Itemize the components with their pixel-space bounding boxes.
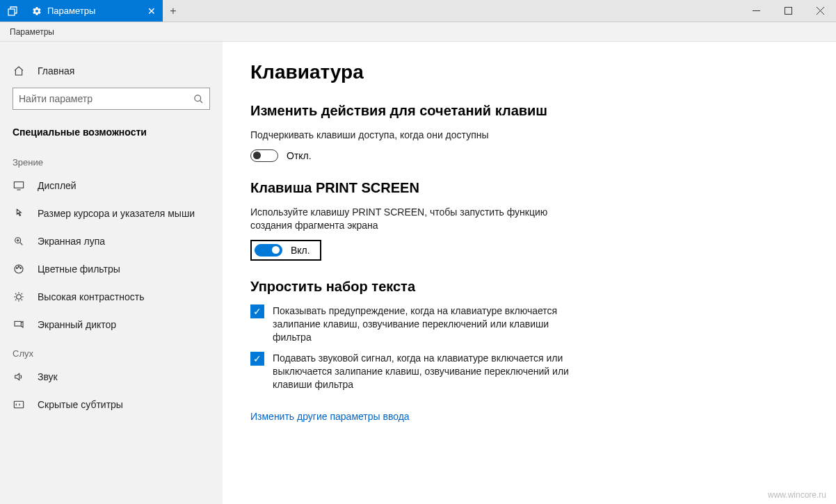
sidebar-label: Скрытые субтитры bbox=[38, 399, 123, 410]
checkbox-sound[interactable]: ✓ Подавать звуковой сигнал, когда на кла… bbox=[250, 352, 570, 391]
magnifier-icon bbox=[13, 236, 25, 247]
sidebar-item-narrator[interactable]: Экранный диктор bbox=[0, 311, 223, 339]
svg-line-6 bbox=[200, 100, 202, 102]
sidebar-item-captions[interactable]: Скрытые субтитры bbox=[0, 391, 223, 418]
section-description: Используйте клавишу PRINT SCREEN, чтобы … bbox=[250, 206, 563, 233]
page-title: Клавиатура bbox=[250, 61, 808, 83]
main-content: Клавиатура Изменить действия для сочетан… bbox=[223, 42, 836, 504]
checkbox-label: Подавать звуковой сигнал, когда на клави… bbox=[273, 352, 570, 391]
breadcrumb: Параметры bbox=[0, 22, 836, 42]
watermark: www.wincore.ru bbox=[768, 490, 826, 500]
link-other-input-settings[interactable]: Изменить другие параметры ввода bbox=[250, 411, 410, 422]
section-heading: Клавиша PRINT SCREEN bbox=[250, 180, 808, 196]
svg-point-15 bbox=[18, 266, 19, 268]
sidebar-group-hearing: Слух bbox=[0, 339, 223, 363]
sidebar: Главная Найти параметр Специальные возмо… bbox=[0, 42, 223, 504]
search-input[interactable]: Найти параметр bbox=[13, 88, 210, 110]
display-icon bbox=[13, 180, 25, 191]
close-tab-icon[interactable]: ✕ bbox=[147, 6, 156, 17]
toggle-print-screen[interactable]: Вкл. bbox=[250, 240, 321, 261]
multitask-icon[interactable] bbox=[0, 0, 25, 22]
search-icon bbox=[193, 94, 204, 104]
tab-label: Параметры bbox=[47, 6, 95, 16]
sidebar-section-title: Специальные возможности bbox=[0, 121, 223, 147]
home-icon bbox=[13, 65, 25, 76]
sidebar-group-vision: Зрение bbox=[0, 147, 223, 172]
sidebar-item-color-filters[interactable]: Цветные фильтры bbox=[0, 255, 223, 283]
toggle-label: Вкл. bbox=[291, 245, 310, 256]
close-window-button[interactable] bbox=[804, 0, 836, 22]
contrast-icon bbox=[13, 291, 25, 302]
sidebar-item-high-contrast[interactable]: Высокая контрастность bbox=[0, 283, 223, 311]
svg-point-16 bbox=[20, 268, 22, 269]
sidebar-item-audio[interactable]: Звук bbox=[0, 363, 223, 391]
svg-rect-0 bbox=[8, 9, 15, 15]
checkbox-warning[interactable]: ✓ Показывать предупреждение, когда на кл… bbox=[250, 304, 570, 344]
palette-icon bbox=[13, 263, 25, 275]
sidebar-item-cursor[interactable]: Размер курсора и указателя мыши bbox=[0, 200, 223, 227]
checkbox-label: Показывать предупреждение, когда на клав… bbox=[273, 304, 570, 344]
speaker-icon bbox=[13, 371, 25, 382]
title-bar: Параметры ✕ + bbox=[0, 0, 836, 22]
svg-line-23 bbox=[22, 300, 22, 300]
minimize-button[interactable] bbox=[740, 0, 772, 22]
svg-rect-7 bbox=[14, 182, 23, 188]
svg-line-24 bbox=[15, 300, 16, 300]
svg-point-17 bbox=[17, 295, 22, 300]
sidebar-item-display[interactable]: Дисплей bbox=[0, 172, 223, 200]
svg-line-25 bbox=[22, 293, 22, 294]
sidebar-label: Экранный диктор bbox=[38, 319, 116, 330]
toggle-access-keys[interactable]: Откл. bbox=[250, 149, 808, 162]
checkmark-icon: ✓ bbox=[250, 352, 264, 366]
section-heading: Изменить действия для сочетаний клавиш bbox=[250, 103, 808, 119]
narrator-icon bbox=[13, 319, 25, 330]
sidebar-label: Дисплей bbox=[38, 180, 77, 191]
toggle-off-icon bbox=[250, 149, 278, 162]
sidebar-label: Размер курсора и указателя мыши bbox=[38, 208, 195, 219]
svg-point-14 bbox=[17, 268, 18, 269]
toggle-on-icon bbox=[255, 244, 282, 257]
svg-line-22 bbox=[15, 293, 16, 294]
maximize-button[interactable] bbox=[772, 0, 804, 22]
new-tab-button[interactable]: + bbox=[163, 0, 184, 22]
sidebar-label: Цветные фильтры bbox=[38, 263, 120, 275]
gear-icon bbox=[32, 6, 42, 16]
svg-rect-26 bbox=[15, 321, 21, 326]
section-heading: Упростить набор текста bbox=[250, 279, 808, 295]
sidebar-label: Главная bbox=[38, 65, 74, 76]
sidebar-label: Звук bbox=[38, 371, 58, 382]
checkmark-icon: ✓ bbox=[250, 304, 264, 318]
svg-point-5 bbox=[195, 95, 201, 101]
sidebar-label: Высокая контрастность bbox=[38, 291, 144, 302]
cursor-icon bbox=[13, 208, 25, 219]
svg-rect-2 bbox=[785, 8, 791, 15]
toggle-label: Откл. bbox=[287, 150, 312, 161]
sidebar-item-home[interactable]: Главная bbox=[0, 58, 223, 83]
svg-line-12 bbox=[20, 243, 23, 245]
sidebar-label: Экранная лупа bbox=[38, 236, 105, 247]
svg-rect-27 bbox=[14, 401, 23, 407]
section-description: Подчеркивать клавиши доступа, когда они … bbox=[250, 129, 563, 143]
sidebar-item-magnifier[interactable]: Экранная лупа bbox=[0, 227, 223, 255]
captions-icon bbox=[13, 399, 25, 410]
tab-settings[interactable]: Параметры ✕ bbox=[25, 0, 163, 22]
search-placeholder: Найти параметр bbox=[19, 93, 193, 104]
